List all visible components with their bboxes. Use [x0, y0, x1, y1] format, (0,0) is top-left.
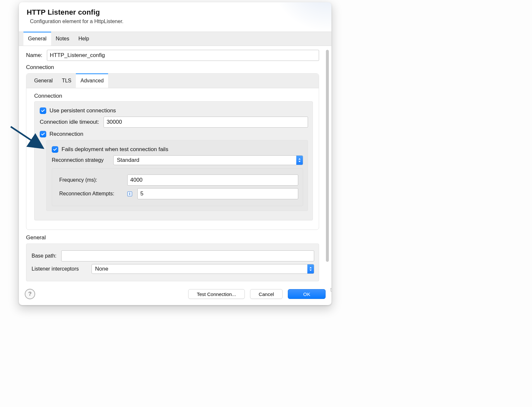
cancel-button[interactable]: Cancel [250, 289, 283, 299]
dialog-header: HTTP Listener config Configuration eleme… [19, 2, 331, 27]
dialog-footer: ? Test Connection... Cancel OK [19, 284, 331, 305]
idle-timeout-label: Connection idle timeout: [40, 119, 99, 125]
fails-deploy-checkbox[interactable] [52, 146, 58, 153]
attempts-input[interactable] [137, 188, 298, 199]
conn-tab-general[interactable]: General [30, 74, 57, 88]
connection-tab-bar: General TLS Advanced [26, 74, 319, 88]
strategy-label: Reconnection strategy [52, 157, 109, 163]
base-path-input[interactable] [61, 250, 315, 261]
tab-notes[interactable]: Notes [51, 32, 74, 46]
reconnection-group: Fails deployment when test connection fa… [46, 140, 308, 211]
info-icon: i [127, 191, 132, 196]
dialog-subtitle: Configuration element for a HttpListener… [27, 19, 324, 24]
interceptors-value: None [92, 264, 307, 274]
use-persistent-checkbox[interactable] [40, 107, 46, 114]
strategy-select[interactable]: Standard [113, 155, 303, 165]
check-icon [41, 132, 45, 136]
check-icon [53, 147, 57, 152]
conn-tab-advanced[interactable]: Advanced [76, 74, 108, 88]
tab-help[interactable]: Help [74, 32, 94, 46]
idle-timeout-input[interactable] [104, 117, 308, 128]
name-input[interactable] [47, 50, 319, 61]
test-connection-button[interactable]: Test Connection... [188, 289, 245, 299]
attempts-label: Reconnection Attempts: [59, 191, 123, 197]
fails-deploy-label: Fails deployment when test connection fa… [62, 146, 168, 153]
name-label: Name: [26, 52, 42, 59]
help-icon[interactable]: ? [25, 289, 35, 299]
connection-subheading: Connection [34, 93, 313, 99]
reconnection-label: Reconnection [49, 131, 83, 137]
general-group: Base path: Listener interceptors None [26, 244, 319, 281]
strategy-value: Standard [114, 156, 296, 165]
scrollbar-thumb[interactable] [326, 50, 329, 262]
connection-panel: General TLS Advanced Connection Use pers… [26, 73, 319, 230]
vertical-scrollbar[interactable] [325, 46, 331, 284]
dialog-title: HTTP Listener config [27, 8, 324, 17]
conn-tab-tls[interactable]: TLS [57, 74, 76, 88]
reconnection-checkbox[interactable] [40, 131, 46, 137]
interceptors-select[interactable]: None [91, 264, 314, 274]
background-char: t [330, 287, 332, 293]
dialog-body: Name: Connection General TLS Advanced Co… [19, 46, 325, 284]
http-listener-config-dialog: HTTP Listener config Configuration eleme… [19, 2, 331, 305]
check-icon [41, 108, 45, 113]
interceptors-label: Listener interceptors [32, 266, 87, 272]
connection-heading: Connection [26, 64, 319, 71]
strategy-params: Frequency (ms): Reconnection Attempts: i [52, 168, 303, 206]
general-heading: General [26, 234, 319, 241]
select-stepper-icon [307, 264, 314, 274]
primary-tab-bar: General Notes Help [19, 32, 331, 46]
ok-button[interactable]: OK [288, 289, 326, 299]
frequency-label: Frequency (ms): [59, 177, 123, 183]
tab-general[interactable]: General [23, 32, 51, 46]
use-persistent-label: Use persistent connections [49, 107, 116, 114]
connection-group: Use persistent connections Connection id… [34, 101, 313, 220]
base-path-label: Base path: [32, 253, 57, 259]
frequency-input[interactable] [127, 175, 298, 186]
select-stepper-icon [296, 156, 303, 165]
